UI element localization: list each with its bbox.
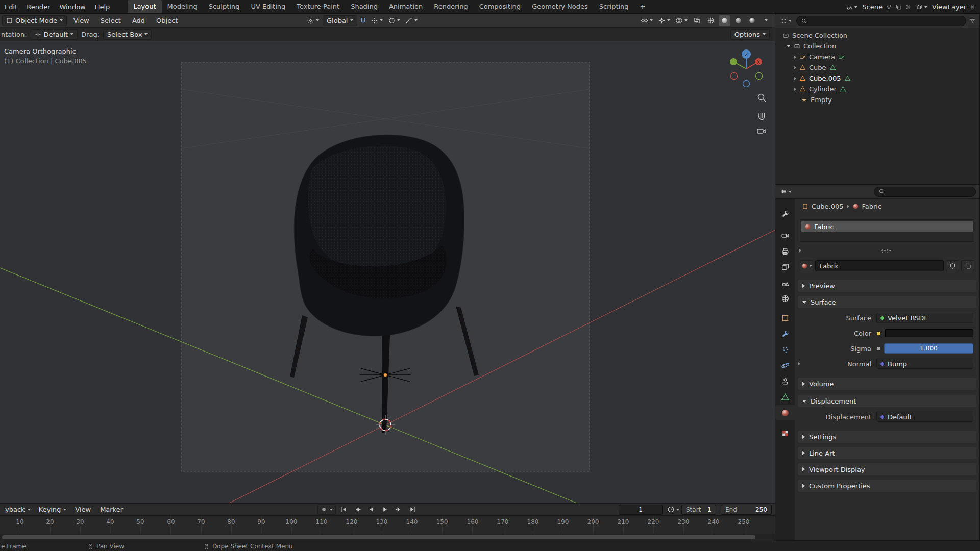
gizmo-minus-z-axis[interactable] bbox=[743, 81, 750, 87]
transform-pivot-dropdown[interactable] bbox=[305, 15, 321, 26]
resize-grip[interactable] bbox=[881, 249, 892, 253]
outliner-row-camera[interactable]: Camera bbox=[775, 52, 979, 62]
tab-material[interactable] bbox=[775, 405, 795, 420]
timeline-marker-menu[interactable]: Marker bbox=[95, 504, 128, 515]
workspace-tab-modeling[interactable]: Modeling bbox=[162, 0, 203, 13]
panel-displacement[interactable]: Displacement bbox=[795, 395, 979, 407]
play-button[interactable] bbox=[379, 504, 391, 515]
panel-surface[interactable]: Surface bbox=[795, 296, 979, 308]
breadcrumb-object[interactable]: Cube.005 bbox=[812, 203, 844, 210]
workspace-tab-shading[interactable]: Shading bbox=[345, 0, 383, 13]
expand-icon[interactable] bbox=[794, 87, 796, 91]
workspace-tab-rendering[interactable]: Rendering bbox=[428, 0, 473, 13]
menu-help[interactable]: Help bbox=[90, 0, 115, 13]
add-workspace-button[interactable]: + bbox=[634, 0, 651, 13]
outliner-row-cube005[interactable]: Cube.005 bbox=[775, 73, 979, 84]
timeline-scrollbar[interactable] bbox=[0, 534, 775, 541]
falloff-dropdown[interactable] bbox=[404, 15, 419, 26]
orientation-dropdown[interactable]: Global bbox=[323, 15, 357, 26]
sigma-slider[interactable]: 1.000 bbox=[884, 343, 973, 354]
tab-object-data[interactable] bbox=[775, 389, 795, 405]
menu-window[interactable]: Window bbox=[55, 0, 90, 13]
mesh-data-icon[interactable] bbox=[840, 86, 846, 92]
material-slot-item[interactable]: Fabric bbox=[801, 221, 973, 232]
timeline-ruler[interactable]: 10 20 30 40 50 60 70 80 90 100 110 120 1… bbox=[0, 515, 775, 534]
scene-browser-button[interactable] bbox=[845, 2, 859, 12]
menu-select[interactable]: Select bbox=[96, 17, 126, 24]
mesh-data-icon[interactable] bbox=[844, 75, 851, 82]
fake-user-button[interactable] bbox=[946, 260, 959, 271]
properties-editor-type[interactable] bbox=[779, 186, 793, 197]
snap-toggle-icon[interactable] bbox=[359, 17, 367, 24]
workspace-tab-layout[interactable]: Layout bbox=[128, 0, 161, 13]
workspace-tab-uv-editing[interactable]: UV Editing bbox=[245, 0, 291, 13]
shading-options-dropdown[interactable] bbox=[760, 15, 772, 26]
tab-render[interactable] bbox=[775, 228, 795, 243]
expand-icon[interactable] bbox=[794, 55, 796, 59]
outliner-row-cube[interactable]: Cube bbox=[775, 62, 979, 73]
auto-keying-button[interactable] bbox=[317, 504, 336, 515]
menu-add[interactable]: Add bbox=[128, 17, 150, 24]
expand-icon[interactable] bbox=[798, 362, 800, 366]
outliner-row-scene-collection[interactable]: Scene Collection bbox=[775, 30, 979, 41]
color-swatch[interactable] bbox=[885, 329, 973, 337]
playback-menu[interactable]: yback bbox=[1, 504, 35, 515]
shading-material-button[interactable] bbox=[732, 15, 744, 26]
mesh-data-icon[interactable] bbox=[829, 64, 836, 71]
gizmos-dropdown[interactable] bbox=[656, 15, 672, 26]
viewlayer-browser-button[interactable] bbox=[915, 2, 929, 12]
mode-dropdown[interactable]: Object Mode bbox=[2, 15, 67, 26]
menu-object[interactable]: Object bbox=[152, 17, 182, 24]
jump-to-end-button[interactable] bbox=[407, 504, 419, 515]
tool-orientation-dropdown[interactable]: Default bbox=[31, 29, 78, 40]
scene-name[interactable]: Scene bbox=[862, 3, 883, 11]
viewport-canvas[interactable]: Z X bbox=[0, 41, 775, 503]
tab-texture[interactable] bbox=[775, 425, 795, 441]
viewlayer-name[interactable]: ViewLayer bbox=[932, 3, 966, 11]
camera-data-icon[interactable] bbox=[838, 54, 845, 60]
panel-line-art[interactable]: Line Art bbox=[795, 447, 979, 459]
tab-output[interactable] bbox=[775, 243, 795, 259]
workspace-tab-animation[interactable]: Animation bbox=[383, 0, 428, 13]
prev-keyframe-button[interactable] bbox=[352, 504, 363, 515]
frame-end-field[interactable]: End250 bbox=[721, 505, 772, 515]
workspace-tab-sculpting[interactable]: Sculpting bbox=[203, 0, 246, 13]
tab-particles[interactable] bbox=[775, 342, 795, 357]
gizmo-y-axis[interactable] bbox=[730, 58, 737, 65]
tab-tool[interactable] bbox=[775, 206, 795, 221]
pin-scene-icon[interactable] bbox=[886, 4, 892, 10]
tab-object[interactable] bbox=[775, 310, 795, 325]
tab-view-layer[interactable] bbox=[775, 259, 795, 274]
shading-solid-button[interactable] bbox=[719, 15, 730, 26]
frame-start-field[interactable]: Start1 bbox=[681, 505, 716, 515]
xray-toggle[interactable] bbox=[691, 15, 703, 26]
overlays-dropdown[interactable] bbox=[674, 15, 689, 26]
gizmo-minus-x-axis[interactable] bbox=[731, 73, 738, 80]
workspace-tab-geometry-nodes[interactable]: Geometry Nodes bbox=[526, 0, 594, 13]
material-name-field[interactable]: Fabric bbox=[815, 260, 944, 271]
viewport[interactable]: Z X bbox=[0, 41, 775, 503]
properties-search-input[interactable] bbox=[874, 187, 976, 197]
outliner-row-cylinder[interactable]: Cylinder bbox=[775, 84, 979, 94]
workspace-tab-texture-paint[interactable]: Texture Paint bbox=[291, 0, 345, 13]
shading-wireframe-button[interactable] bbox=[705, 15, 717, 26]
keying-menu[interactable]: Keying bbox=[35, 504, 71, 515]
menu-render[interactable]: Render bbox=[22, 0, 55, 13]
current-frame-field[interactable]: 1 bbox=[619, 505, 663, 515]
tab-scene[interactable] bbox=[775, 275, 795, 290]
scrollbar-thumb[interactable] bbox=[2, 535, 755, 539]
menu-edit[interactable]: Edit bbox=[0, 0, 22, 13]
gizmo-minus-y-axis[interactable] bbox=[756, 73, 763, 80]
remove-viewlayer-icon[interactable] bbox=[969, 4, 976, 10]
panel-preview[interactable]: Preview bbox=[795, 280, 979, 292]
options-dropdown[interactable]: Options bbox=[730, 29, 770, 40]
workspace-tab-compositing[interactable]: Compositing bbox=[474, 0, 527, 13]
breadcrumb-material[interactable]: Fabric bbox=[862, 203, 882, 210]
tab-constraints[interactable] bbox=[775, 373, 795, 389]
tab-physics[interactable] bbox=[775, 358, 795, 373]
new-scene-icon[interactable] bbox=[895, 4, 902, 10]
outliner-editor-type[interactable] bbox=[779, 16, 793, 27]
visibility-dropdown[interactable] bbox=[639, 15, 654, 26]
expand-icon[interactable] bbox=[794, 77, 796, 81]
new-material-button[interactable] bbox=[961, 260, 974, 271]
